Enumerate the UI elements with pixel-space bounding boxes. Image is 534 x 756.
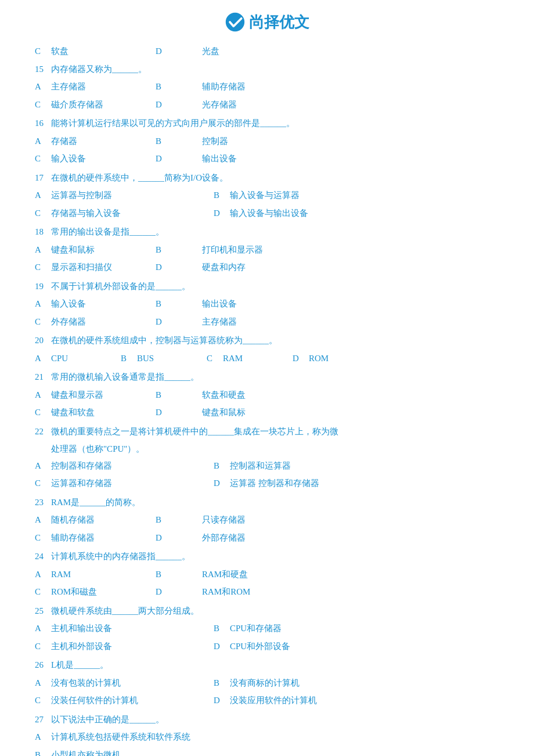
opt-c-text: ROM和磁盘 <box>51 584 156 600</box>
opt-d-text: 没装应用软件的计算机 <box>230 692 317 709</box>
opt-c-label: C <box>35 205 51 222</box>
opt-c-label: C <box>35 259 51 276</box>
q24-text: 计算机系统中的内存储器指______。 <box>51 548 499 565</box>
opt-b-label: B <box>156 78 202 95</box>
question-19: 19 不属于计算机外部设备的是______。 A 输入设备 B 输出设备 C 外… <box>35 278 499 330</box>
opt-c-text: RAM <box>223 350 293 367</box>
opt-b-text: 只读存储器 <box>202 512 246 528</box>
q22-num: 22 <box>35 423 51 440</box>
opt-a-text: 随机存储器 <box>51 512 156 528</box>
question-16: 16 能将计算机运行结果以可见的方式向用户展示的部件是______。 A 存储器… <box>35 115 499 167</box>
question-20: 20 在微机的硬件系统组成中，控制器与运算器统称为______。 A CPU B… <box>35 332 499 366</box>
opt-d-text: RAM和ROM <box>202 584 250 600</box>
q26-num: 26 <box>35 657 51 674</box>
opt-d-text: 键盘和鼠标 <box>202 404 246 421</box>
opt-c-text: 键盘和软盘 <box>51 404 156 421</box>
opt-b-text: 软盘和硬盘 <box>202 387 246 404</box>
opt-d-text: CPU和外部设备 <box>230 638 290 655</box>
opt-b-text: 输入设备与运算器 <box>230 187 300 204</box>
q22-options-1: A 控制器和存储器 B 控制器和运算器 <box>35 458 499 474</box>
q16-text: 能将计算机运行结果以可见的方式向用户展示的部件是______。 <box>51 115 499 132</box>
opt-b-label: B <box>35 747 51 757</box>
opt-c-text: 外存储器 <box>51 314 156 330</box>
q22-text: 微机的重要特点之一是将计算机硬件中的______集成在一块芯片上，称为微 <box>51 423 499 440</box>
q18-num: 18 <box>35 224 51 240</box>
q19-line: 19 不属于计算机外部设备的是______。 <box>35 278 499 295</box>
opt-a-text: 存储器 <box>51 133 156 150</box>
opt-d-text: ROM <box>309 350 329 367</box>
opt-b-text: CPU和存储器 <box>230 620 282 637</box>
opt-text: 软盘 <box>51 43 156 60</box>
q18-options-2: C 显示器和扫描仪 D 硬盘和内存 <box>35 259 499 276</box>
opt-b-text: 没有商标的计算机 <box>230 675 300 692</box>
q15-num: 15 <box>35 61 51 78</box>
opt-d-text: 输出设备 <box>202 150 237 167</box>
opt-d-text: 运算器 控制器和存储器 <box>230 475 319 492</box>
opt-b-label: B <box>156 512 202 528</box>
opt-a-text: 计算机系统包括硬件系统和软件系统 <box>51 729 190 746</box>
q22-line: 22 微机的重要特点之一是将计算机硬件中的______集成在一块芯片上，称为微 <box>35 423 499 440</box>
opt-d-label: D <box>156 96 202 113</box>
opt-a-text: 控制器和存储器 <box>51 458 214 474</box>
opt-d-label: D <box>156 259 202 276</box>
q24-num: 24 <box>35 548 51 565</box>
opt-a-label: A <box>35 187 51 204</box>
q24-options-1: A RAM B RAM和硬盘 <box>35 566 499 583</box>
question-23: 23 RAM是______的简称。 A 随机存储器 B 只读存储器 C 辅助存储… <box>35 494 499 546</box>
q16-options-2: C 输入设备 D 输出设备 <box>35 150 499 167</box>
opt-b-label: B <box>121 350 137 367</box>
q23-options-1: A 随机存储器 B 只读存储器 <box>35 512 499 528</box>
q27-options-a: A 计算机系统包括硬件系统和软件系统 <box>35 729 499 746</box>
q25-options-2: C 主机和外部设备 D CPU和外部设备 <box>35 638 499 655</box>
opt-a-label: A <box>35 566 51 583</box>
opt-c-label: C <box>35 692 51 709</box>
q25-line: 25 微机硬件系统由______两大部分组成。 <box>35 603 499 620</box>
question-26: 26 L机是______。 A 没有包装的计算机 B 没有商标的计算机 C 没装… <box>35 657 499 709</box>
opt-a-label: A <box>35 458 51 474</box>
top-options-row: C 软盘 D 光盘 <box>35 43 499 60</box>
opt-c-text: 显示器和扫描仪 <box>51 259 156 276</box>
q25-options-1: A 主机和输出设备 B CPU和存储器 <box>35 620 499 637</box>
opt-b-text: BUS <box>137 350 207 367</box>
q21-num: 21 <box>35 369 51 386</box>
opt-c-text: 磁介质存储器 <box>51 96 156 113</box>
q20-line: 20 在微机的硬件系统组成中，控制器与运算器统称为______。 <box>35 332 499 349</box>
logo-text: 尚择优文 <box>249 12 309 33</box>
question-24: 24 计算机系统中的内存储器指______。 A RAM B RAM和硬盘 C … <box>35 548 499 600</box>
q17-options-1: A 运算器与控制器 B 输入设备与运算器 <box>35 187 499 204</box>
opt-d-label: D <box>156 584 202 600</box>
q17-options-2: C 存储器与输入设备 D 输入设备与输出设备 <box>35 205 499 222</box>
q26-text: L机是______。 <box>51 657 499 674</box>
q18-options-1: A 键盘和鼠标 B 打印机和显示器 <box>35 242 499 258</box>
opt-b-text: 辅助存储器 <box>202 78 246 95</box>
q19-num: 19 <box>35 278 51 295</box>
q15-line: 15 内存储器又称为______。 <box>35 61 499 78</box>
question-17: 17 在微机的硬件系统中，______简称为I/O设备。 A 运算器与控制器 B… <box>35 170 499 222</box>
opt-d-label: D <box>156 150 202 167</box>
q16-num: 16 <box>35 115 51 132</box>
q19-options-2: C 外存储器 D 主存储器 <box>35 314 499 330</box>
opt-a-label: A <box>35 620 51 637</box>
q26-line: 26 L机是______。 <box>35 657 499 674</box>
opt-c-text: 主机和外部设备 <box>51 638 214 655</box>
q17-line: 17 在微机的硬件系统中，______简称为I/O设备。 <box>35 170 499 186</box>
opt-d-label: D <box>156 404 202 421</box>
opt-a-label: A <box>35 729 51 746</box>
opt-b-text: 小型机亦称为微机 <box>51 747 121 757</box>
q23-num: 23 <box>35 494 51 511</box>
q21-options-2: C 键盘和软盘 D 键盘和鼠标 <box>35 404 499 421</box>
opt-c-label: C <box>35 584 51 600</box>
logo-icon <box>225 12 246 33</box>
q23-line: 23 RAM是______的简称。 <box>35 494 499 511</box>
opt-b-label: B <box>214 620 230 637</box>
q21-text: 常用的微机输入设备通常是指______。 <box>51 369 499 386</box>
opt-c-label: C <box>35 314 51 330</box>
opt-d-label: D <box>293 350 309 367</box>
question-27: 27 以下说法中正确的是______。 A 计算机系统包括硬件系统和软件系统 B… <box>35 711 499 757</box>
q17-text: 在微机的硬件系统中，______简称为I/O设备。 <box>51 170 499 186</box>
svg-point-0 <box>226 13 244 31</box>
q24-line: 24 计算机系统中的内存储器指______。 <box>35 548 499 565</box>
opt-a-text: 运算器与控制器 <box>51 187 214 204</box>
content-area: C 软盘 D 光盘 15 内存储器又称为______。 A 主存储器 B 辅助存… <box>35 43 499 756</box>
opt-b-label: B <box>214 458 230 474</box>
